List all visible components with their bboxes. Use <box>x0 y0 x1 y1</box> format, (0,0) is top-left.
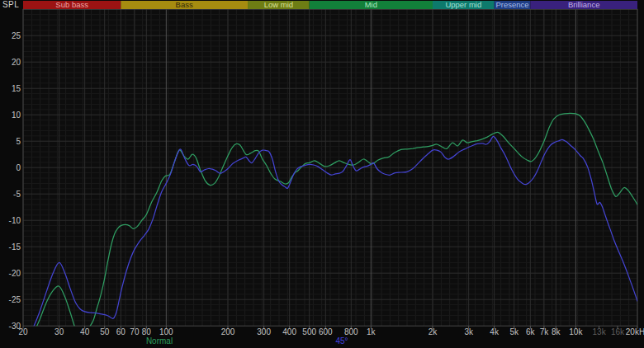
x-tick-label: 40 <box>80 327 90 336</box>
y-tick-label: 10 <box>12 111 21 120</box>
x-tick-label: 1k <box>367 327 376 336</box>
y-tick-label: 25 <box>12 31 21 40</box>
x-tick-label: 80 <box>142 327 152 336</box>
x-tick-label: 6k <box>526 327 536 336</box>
legend-item-normal[interactable]: Normal <box>146 336 173 346</box>
y-tick-label: -25 <box>9 295 21 304</box>
band-label: Upper mid <box>445 0 481 9</box>
y-tick-label: 0 <box>16 163 21 172</box>
x-tick-label: 600 <box>319 327 333 336</box>
x-tick-label: 400 <box>282 327 296 336</box>
x-tick-label: 8k <box>552 327 561 336</box>
y-tick-label: 15 <box>12 84 21 93</box>
band-label: Mid <box>365 0 377 9</box>
y-tick-label: -15 <box>9 242 21 252</box>
x-tick-label: 3k <box>464 327 474 336</box>
x-tick-label: 60 <box>116 327 126 336</box>
y-tick-label: -20 <box>9 269 21 278</box>
x-tick-label: 200 <box>221 327 235 336</box>
y-tick-label: 5 <box>16 137 21 146</box>
x-tick-label: 10k <box>569 327 583 336</box>
x-tick-label: 16k <box>611 327 625 336</box>
y-tick-label: -30 <box>9 322 21 331</box>
x-tick-label: 500 <box>302 327 316 336</box>
x-tick-label: 300 <box>257 327 271 336</box>
band-label: Low mid <box>264 0 293 9</box>
x-tick-label: 70 <box>130 327 140 336</box>
x-tick-label: 4k <box>490 327 500 336</box>
x-tick-label: 800 <box>344 327 358 336</box>
spl-frequency-response-chart: SPL Sub bassBassLow midMidUpper midPrese… <box>0 0 644 348</box>
legend-item-45-[interactable]: 45° <box>335 336 348 346</box>
x-tick-label: 30 <box>54 327 64 336</box>
x-tick-label: 13k <box>593 327 607 336</box>
chart-canvas: Sub bassBassLow midMidUpper midPresenceB… <box>0 0 644 348</box>
x-tick-label: 7k <box>540 327 550 336</box>
y-tick-label: -5 <box>13 190 21 199</box>
x-tick-label: 50 <box>100 327 110 336</box>
y-tick-label: 20 <box>12 58 21 67</box>
band-label: Brilliance <box>568 0 600 9</box>
y-tick-label: -10 <box>9 216 21 225</box>
x-tick-label: 20kHz <box>626 327 644 336</box>
x-tick-label: 100 <box>159 327 173 336</box>
x-tick-label: 5k <box>509 327 519 336</box>
band-label: Sub bass <box>55 0 88 9</box>
x-tick-label: 2k <box>429 327 438 336</box>
band-label: Presence <box>495 0 528 9</box>
band-label: Bass <box>176 0 193 9</box>
spl-axis-title: SPL <box>2 0 19 9</box>
